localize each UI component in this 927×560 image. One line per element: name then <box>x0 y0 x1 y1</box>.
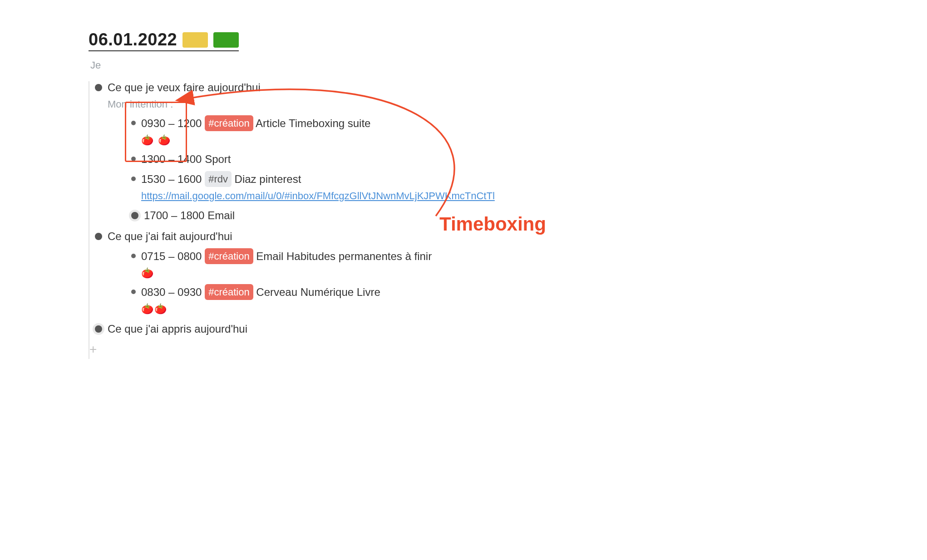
bullet-collapsed-icon[interactable] <box>95 325 102 333</box>
bullet-icon <box>131 290 136 294</box>
item-text: Diaz pinterest <box>235 173 301 185</box>
time-range: 1700 – 1800 <box>144 209 204 221</box>
item-text: Cerveau Numérique Livre <box>256 286 380 298</box>
time-range: 1300 – 1400 <box>141 153 202 165</box>
tag-creation[interactable]: #création <box>205 284 253 300</box>
bullet-icon <box>95 233 102 240</box>
annotation-label: Timeboxing <box>439 213 546 235</box>
daily-note: 06.01.2022 Je Ce que je veux faire aujou… <box>89 30 588 359</box>
note-meta: Je <box>90 59 588 71</box>
bullet-icon <box>131 121 136 125</box>
item-text: Email <box>207 209 235 221</box>
email-link[interactable]: https://mail.google.com/mail/u/0/#inbox/… <box>141 190 495 201</box>
list-item[interactable]: Ce que j'ai appris aujourd'hui <box>95 321 588 337</box>
outline-guide-line <box>89 81 89 359</box>
section-learned-label: Ce que j'ai appris aujourd'hui <box>108 321 588 337</box>
tag-creation[interactable]: #création <box>205 248 253 264</box>
tag-rdv[interactable]: #rdv <box>205 171 232 187</box>
bullet-collapsed-icon[interactable] <box>131 212 138 219</box>
time-range: 1530 – 1600 <box>141 173 202 185</box>
color-swatch-yellow[interactable] <box>182 32 208 48</box>
bullet-icon <box>131 177 136 181</box>
bullet-icon <box>131 254 136 258</box>
pomodoro-icons: 🍅🍅 <box>141 301 588 316</box>
list-item[interactable]: 1300 – 1400 Sport <box>131 151 588 167</box>
note-title[interactable]: 06.01.2022 <box>89 30 177 49</box>
pomodoro-icons: 🍅 <box>141 265 588 280</box>
add-node-button[interactable]: + <box>89 340 588 359</box>
time-range: 0830 – 0930 <box>141 286 202 298</box>
list-item[interactable]: 0930 – 1200 #création Article Timeboxing… <box>131 115 588 147</box>
list-item[interactable]: 0830 – 0930 #création Cerveau Numérique … <box>131 284 588 316</box>
item-text: Article Timeboxing suite <box>256 117 370 129</box>
list-item[interactable]: 1530 – 1600 #rdv Diaz pinterest https://… <box>131 171 588 204</box>
list-item[interactable]: Ce que je veux faire aujourd'hui Mon int… <box>95 79 588 224</box>
section-want-subtitle: Mon intention : <box>108 97 588 112</box>
note-title-row: 06.01.2022 <box>89 30 239 51</box>
item-text: Sport <box>205 153 231 165</box>
item-text: Email Habitudes permanentes à finir <box>256 250 432 262</box>
bullet-icon <box>131 157 136 161</box>
list-item[interactable]: Ce que j'ai fait aujourd'hui 0715 – 0800… <box>95 228 588 316</box>
list-item[interactable]: 0715 – 0800 #création Email Habitudes pe… <box>131 248 588 280</box>
pomodoro-icons: 🍅 🍅 <box>141 133 588 147</box>
tag-creation[interactable]: #création <box>205 115 253 131</box>
section-want-label: Ce que je veux faire aujourd'hui <box>108 79 588 96</box>
bullet-icon <box>95 84 102 91</box>
color-swatch-green[interactable] <box>213 32 239 48</box>
time-range: 0930 – 1200 <box>141 117 202 129</box>
time-range: 0715 – 0800 <box>141 250 202 262</box>
